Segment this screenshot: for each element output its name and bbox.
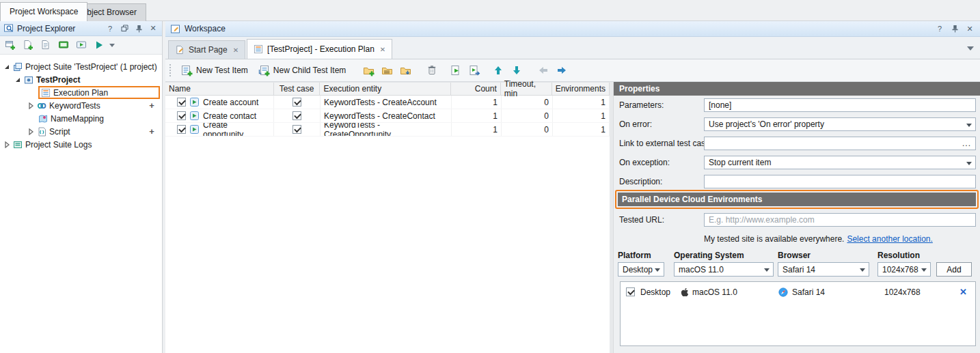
- select-location-link[interactable]: Select another location.: [847, 234, 932, 244]
- group-items-button[interactable]: [379, 63, 394, 78]
- add-new-item-button[interactable]: [3, 38, 18, 53]
- test-case-checkbox[interactable]: [292, 98, 301, 107]
- availability-line: My tested site is available everywhere.S…: [704, 234, 933, 244]
- on-exception-select[interactable]: Stop current item: [704, 156, 976, 169]
- row-enabled-checkbox[interactable]: [177, 125, 186, 134]
- edit-item-button[interactable]: [38, 38, 53, 53]
- dropdown-caret-icon: [764, 268, 770, 274]
- column-header-timeout[interactable]: Timeout, min: [501, 83, 552, 95]
- add-keywordtest-button[interactable]: +: [148, 100, 156, 111]
- tree-item-testproject[interactable]: TestProject: [0, 73, 162, 86]
- os-select[interactable]: macOS 11.0: [674, 262, 774, 277]
- pin-button[interactable]: [949, 23, 960, 34]
- dropdown-caret-icon: [966, 124, 972, 130]
- tested-url-input[interactable]: [704, 213, 976, 227]
- test-case-checkbox[interactable]: [292, 111, 301, 120]
- safari-icon: [778, 287, 788, 297]
- resolution-select[interactable]: 1024x768: [877, 262, 931, 277]
- move-left-button[interactable]: [536, 63, 551, 78]
- table-row[interactable]: Create contact KeywordTests - CreateCont…: [165, 109, 610, 123]
- link-test-case-field[interactable]: ...: [704, 137, 976, 150]
- description-label: Description:: [619, 175, 662, 188]
- table-row[interactable]: Create account KeywordTests - CreateAcco…: [165, 96, 610, 109]
- add-existing-item-button[interactable]: [21, 38, 36, 53]
- tree-label: TestProject: [36, 75, 80, 85]
- row-count: 1: [452, 109, 502, 122]
- move-to-group-button[interactable]: [398, 63, 413, 78]
- workspace-area: Workspace ? ✕ Start Page ✕ [TestProject]…: [165, 21, 980, 353]
- add-environment-button[interactable]: Add: [936, 262, 972, 277]
- expanded-chevron-icon[interactable]: [3, 63, 10, 70]
- run-project-button[interactable]: [92, 38, 107, 53]
- column-header-name[interactable]: Name: [165, 83, 274, 95]
- column-header-execution-entity[interactable]: Execution entity: [320, 83, 451, 95]
- column-header-test-case[interactable]: Test case: [274, 83, 321, 95]
- resolution-value: 1024x768: [882, 265, 918, 274]
- new-test-item-button[interactable]: New Test Item: [178, 63, 251, 78]
- column-header-count[interactable]: Count: [451, 83, 501, 95]
- remove-environment-button[interactable]: ✕: [959, 284, 967, 300]
- collapsed-chevron-icon[interactable]: [27, 128, 34, 135]
- environment-checkbox[interactable]: [626, 287, 635, 296]
- row-enabled-checkbox[interactable]: [177, 111, 186, 120]
- environment-row[interactable]: Desktop macOS 11.0 Safari 14 1024x768 ✕: [621, 284, 975, 300]
- close-tab-icon[interactable]: ✕: [233, 46, 239, 54]
- close-tab-icon[interactable]: ✕: [380, 46, 385, 53]
- platform-select[interactable]: Desktop: [618, 262, 664, 277]
- tab-start-page[interactable]: Start Page ✕: [168, 40, 245, 59]
- on-error-select[interactable]: Use project's 'On error' property: [704, 117, 976, 131]
- selected-tree-item-highlight[interactable]: Execution Plan: [38, 86, 160, 99]
- browse-button[interactable]: ...: [962, 140, 971, 147]
- delete-item-button[interactable]: [424, 63, 439, 78]
- run-on-device-button[interactable]: [74, 38, 89, 53]
- move-down-button[interactable]: [509, 63, 524, 78]
- project-explorer-toolbar: [0, 36, 162, 55]
- tab-list-caret-icon[interactable]: [967, 46, 974, 54]
- browser-select[interactable]: Safari 14: [778, 262, 869, 277]
- pin-button[interactable]: [133, 23, 144, 34]
- row-enabled-checkbox[interactable]: [177, 98, 186, 107]
- tree-item-project-suite-logs[interactable]: Project Suite Logs: [0, 138, 162, 151]
- connected-device-button[interactable]: [56, 38, 71, 53]
- dropdown-caret-icon: [966, 162, 972, 168]
- run-selected-item-button[interactable]: [448, 63, 463, 78]
- toolbar-drag-handle[interactable]: [169, 63, 172, 77]
- move-right-button[interactable]: [554, 63, 569, 78]
- tree-item-execution-plan[interactable]: Execution Plan: [0, 86, 162, 99]
- on-error-value: Use project's 'On error' property: [709, 119, 824, 129]
- tree-item-script[interactable]: Script +: [0, 125, 162, 138]
- test-case-checkbox[interactable]: [292, 125, 301, 134]
- button-label: New Child Test Item: [273, 66, 346, 75]
- workspace-icon: [170, 24, 180, 34]
- on-error-label: On error:: [619, 117, 652, 131]
- tree-item-namemapping[interactable]: NameMapping: [0, 112, 162, 125]
- column-header-environments[interactable]: Environments: [552, 83, 610, 95]
- environment-platform: Desktop: [640, 284, 670, 300]
- new-group-button[interactable]: [361, 63, 376, 78]
- help-button[interactable]: ?: [105, 23, 115, 34]
- tree-item-project-suite[interactable]: Project Suite 'TestProject' (1 project): [0, 60, 162, 73]
- expanded-chevron-icon[interactable]: [14, 76, 21, 83]
- tab-project-workspace[interactable]: Project Workspace: [0, 2, 87, 21]
- run-from-selected-button[interactable]: [467, 63, 482, 78]
- platform-column-label: Platform: [618, 250, 651, 261]
- table-row[interactable]: Create opportunity KeywordTests - Create…: [165, 123, 610, 137]
- tab-execution-plan[interactable]: [TestProject] - Execution Plan ✕: [247, 39, 392, 59]
- close-panel-button[interactable]: ✕: [148, 23, 159, 34]
- dropdown-caret-icon: [860, 268, 865, 274]
- help-button[interactable]: ?: [934, 23, 945, 34]
- properties-header: Properties: [614, 82, 980, 96]
- parameters-field[interactable]: [none]: [704, 98, 976, 112]
- float-window-button[interactable]: [119, 23, 130, 34]
- tree-item-keywordtests[interactable]: KeywordTests +: [0, 99, 162, 112]
- run-options-caret-icon[interactable]: [109, 44, 115, 50]
- add-script-button[interactable]: +: [148, 126, 156, 137]
- new-child-test-item-button[interactable]: New Child Test Item: [255, 63, 349, 78]
- close-workspace-button[interactable]: ✕: [964, 23, 975, 34]
- collapsed-chevron-icon[interactable]: [27, 102, 34, 109]
- collapsed-chevron-icon[interactable]: [3, 141, 10, 148]
- row-entity: KeywordTests - CreateAccount: [321, 96, 452, 109]
- description-field[interactable]: [704, 175, 976, 188]
- move-up-button[interactable]: [491, 63, 506, 78]
- parameters-value: [none]: [709, 100, 731, 110]
